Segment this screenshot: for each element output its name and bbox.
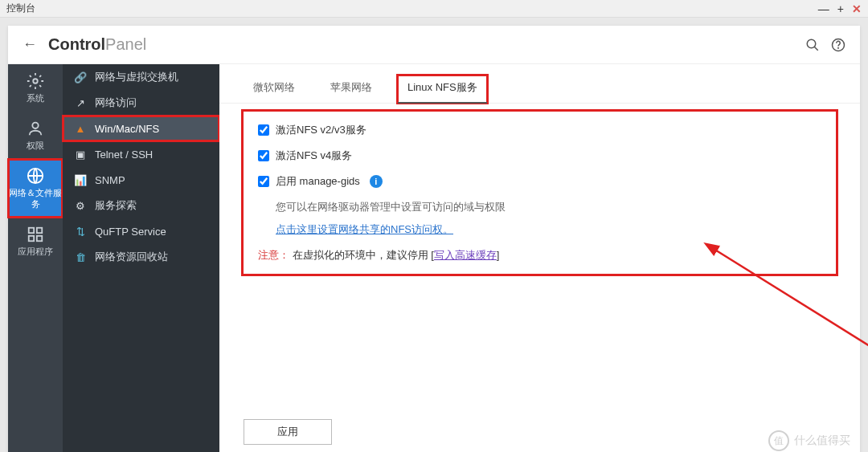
sidebar-item-network-switch[interactable]: 🔗 网络与虚拟交换机 <box>63 64 219 90</box>
maximize-icon[interactable]: + <box>837 3 844 14</box>
sidebar-item-network-access[interactable]: ↗ 网络访问 <box>63 90 219 116</box>
sidebar-item-label: 服务探索 <box>95 198 137 213</box>
search-icon[interactable] <box>805 38 820 52</box>
tab-microsoft-networking[interactable]: 微软网络 <box>244 75 305 103</box>
sidebar-item-snmp[interactable]: 📊 SNMP <box>63 167 219 193</box>
svg-line-1 <box>814 47 818 51</box>
tab-linux-nfs[interactable]: Linux NFS服务 <box>398 75 487 103</box>
sidebar: 🔗 网络与虚拟交换机 ↗ 网络访问 ▲ Win/Mac/NFS ▣ Telnet… <box>63 64 219 452</box>
checkbox-nfs-v4[interactable] <box>258 150 269 161</box>
sidebar-item-label: 网络资源回收站 <box>95 250 168 264</box>
sidebar-item-label: 网络访问 <box>95 96 137 110</box>
leftnav-network-file-services[interactable]: 网络＆文件服务 <box>8 159 63 217</box>
svg-rect-7 <box>29 228 34 233</box>
ftp-icon: ⇅ <box>74 225 87 238</box>
left-nav: 系统 权限 网络＆文件服务 应用程序 <box>8 64 63 452</box>
gear-icon <box>27 72 44 90</box>
checkbox-nfs-v2v3[interactable] <box>258 124 269 136</box>
checkbox-manage-gids[interactable] <box>258 176 269 187</box>
apps-icon <box>27 226 44 243</box>
sidebar-item-quftp[interactable]: ⇅ QuFTP Service <box>63 218 219 244</box>
sidebar-item-label: SNMP <box>95 174 125 186</box>
sidebar-item-recycle-bin[interactable]: 🗑 网络资源回收站 <box>63 244 219 270</box>
svg-rect-10 <box>37 236 42 241</box>
svg-rect-9 <box>29 236 34 241</box>
info-icon[interactable]: i <box>370 175 383 188</box>
svg-point-0 <box>807 39 816 48</box>
checkbox-label: 激活NFS v2/v3服务 <box>276 123 366 137</box>
triangle-icon: ▲ <box>74 122 87 135</box>
help-icon[interactable] <box>831 38 845 52</box>
sidebar-item-label: Win/Mac/NFS <box>95 123 159 135</box>
discovery-icon: ⚙ <box>74 199 87 212</box>
sidebar-item-label: QuFTP Service <box>95 226 166 238</box>
sidebar-item-label: 网络与虚拟交换机 <box>95 70 178 84</box>
svg-point-3 <box>838 47 839 48</box>
nfs-settings-panel: 激活NFS v2/v3服务 激活NFS v4服务 启用 manage-gids … <box>244 112 836 274</box>
page-title: ControlPanel <box>48 35 146 54</box>
checkbox-label: 激活NFS v4服务 <box>276 149 352 163</box>
leftnav-system[interactable]: 系统 <box>8 64 63 112</box>
sidebar-item-telnet-ssh[interactable]: ▣ Telnet / SSH <box>63 141 219 167</box>
network-access-icon: ↗ <box>74 96 87 109</box>
sidebar-item-label: Telnet / SSH <box>95 149 153 161</box>
svg-point-4 <box>33 79 38 83</box>
globe-icon <box>27 167 44 185</box>
window-title: 控制台 <box>6 2 35 15</box>
nfs-access-link[interactable]: 点击这里设置网络共享的NFS访问权。 <box>276 223 453 235</box>
sidebar-item-win-mac-nfs[interactable]: ▲ Win/Mac/NFS <box>63 116 219 141</box>
close-icon[interactable]: ✕ <box>852 3 862 14</box>
user-icon <box>27 120 44 137</box>
write-cache-link[interactable]: 写入高速缓存 <box>434 249 497 261</box>
leftnav-permissions[interactable]: 权限 <box>8 112 63 159</box>
tab-apple-networking[interactable]: 苹果网络 <box>321 75 382 103</box>
chart-icon: 📊 <box>74 173 87 186</box>
terminal-icon: ▣ <box>74 148 87 161</box>
leftnav-applications[interactable]: 应用程序 <box>8 218 63 265</box>
back-arrow-icon[interactable]: ← <box>23 36 37 53</box>
recycle-icon: 🗑 <box>74 250 87 263</box>
minimize-icon[interactable]: — <box>818 3 829 14</box>
svg-rect-8 <box>37 228 42 233</box>
sidebar-item-service-discovery[interactable]: ⚙ 服务探索 <box>63 193 219 218</box>
svg-point-5 <box>32 123 38 128</box>
apply-button[interactable]: 应用 <box>244 419 332 445</box>
watermark: 值 什么值得买 <box>768 430 850 451</box>
warning-text: 注意： 在虚拟化的环境中，建议停用 [写入高速缓存] <box>258 248 821 263</box>
network-switch-icon: 🔗 <box>74 71 87 83</box>
hint-text: 您可以在网络驱动器管理中设置可访问的域与权限 <box>276 200 821 214</box>
checkbox-label: 启用 manage-gids <box>276 174 360 189</box>
tabs: 微软网络 苹果网络 Linux NFS服务 <box>219 64 860 104</box>
